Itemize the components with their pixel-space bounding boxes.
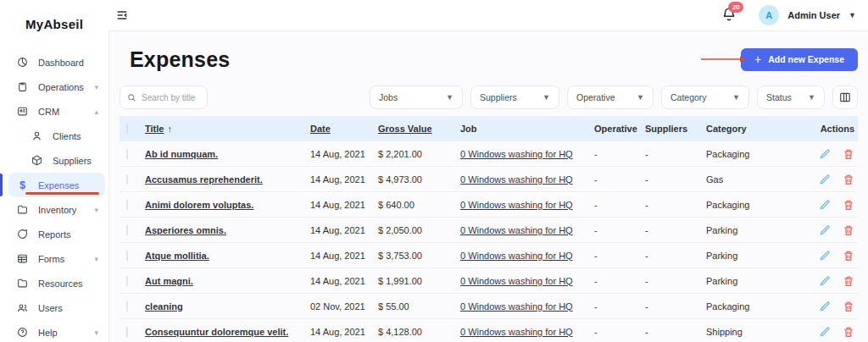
expense-operative: -	[594, 251, 645, 261]
delete-icon[interactable]	[843, 301, 854, 312]
column-header-date[interactable]: Date	[310, 124, 378, 134]
delete-icon[interactable]	[843, 199, 854, 211]
user-menu-chevron-icon[interactable]: ▼	[849, 11, 856, 19]
sidebar-item-label: Users	[38, 303, 63, 313]
row-checkbox[interactable]	[126, 301, 128, 312]
expense-category: Packaging	[706, 301, 815, 312]
operative-filter-dropdown[interactable]: Operative▼	[567, 86, 654, 109]
expense-title-link[interactable]: cleaning	[145, 301, 183, 312]
row-checkbox[interactable]	[126, 276, 128, 286]
row-checkbox[interactable]	[126, 200, 128, 210]
expenses-table: Title↑ Date Gross Value Job Operative Su…	[120, 116, 858, 342]
main-content: Expenses + Add new Expense Jobs▼	[108, 31, 868, 342]
sidebar-item-resources[interactable]: Resources	[0, 271, 108, 295]
row-checkbox[interactable]	[126, 149, 128, 159]
sidebar-item-inventory[interactable]: Inventory ▾	[0, 197, 108, 222]
job-link[interactable]: 0 Windows washing for HQ	[460, 149, 573, 159]
expense-suppliers: -	[645, 276, 706, 286]
sidebar-item-expenses[interactable]: $ Expenses	[0, 173, 108, 197]
notifications-bell-icon[interactable]: 20	[721, 7, 738, 24]
page-title: Expenses	[130, 47, 230, 72]
columns-icon	[839, 91, 851, 103]
expense-title-link[interactable]: Animi dolorem voluptas.	[145, 200, 253, 210]
expense-category: Parking	[706, 276, 815, 286]
sidebar-collapse-icon[interactable]	[115, 8, 131, 23]
delete-icon[interactable]	[843, 148, 854, 160]
sidebar-item-users[interactable]: Users	[0, 295, 108, 320]
sidebar-item-suppliers[interactable]: Suppliers	[0, 148, 108, 173]
row-checkbox[interactable]	[126, 327, 128, 337]
sidebar-item-operations[interactable]: Operations ▾	[0, 74, 108, 99]
expense-gross-value: $ 2,050.00	[378, 225, 460, 235]
search-input[interactable]	[142, 93, 200, 102]
delete-icon[interactable]	[843, 326, 854, 338]
job-link[interactable]: 0 Windows washing for HQ	[460, 200, 573, 210]
expense-category: Gas	[706, 174, 815, 185]
sidebar-item-forms[interactable]: Forms ▾	[0, 246, 108, 271]
expense-title-link[interactable]: Ab id numquam.	[145, 149, 218, 159]
delete-icon[interactable]	[843, 275, 854, 287]
job-link[interactable]: 0 Windows washing for HQ	[460, 301, 573, 312]
edit-icon[interactable]	[819, 148, 831, 160]
user-name: Admin User	[787, 10, 840, 20]
job-link[interactable]: 0 Windows washing for HQ	[460, 327, 573, 337]
edit-icon[interactable]	[819, 174, 831, 185]
suppliers-filter-dropdown[interactable]: Suppliers▼	[470, 86, 559, 109]
sidebar-item-reports[interactable]: Reports	[0, 222, 108, 246]
column-header-suppliers: Suppliers	[645, 124, 706, 134]
chevron-up-icon: ▴	[94, 108, 98, 116]
delete-icon[interactable]	[843, 250, 854, 262]
search-box[interactable]	[120, 86, 208, 109]
table-row: Animi dolorem voluptas. 14 Aug, 2021 $ 6…	[120, 192, 858, 218]
edit-icon[interactable]	[819, 301, 831, 312]
row-checkbox[interactable]	[126, 174, 128, 185]
table-row: Atque mollitia. 14 Aug, 2021 $ 3,753.00 …	[120, 243, 858, 268]
job-link[interactable]: 0 Windows washing for HQ	[460, 276, 573, 286]
delete-icon[interactable]	[843, 224, 854, 236]
expense-title-link[interactable]: Aut magni.	[145, 276, 193, 286]
add-new-expense-button[interactable]: + Add new Expense	[741, 48, 858, 71]
sidebar-item-crm[interactable]: CRM ▴	[0, 99, 108, 124]
sidebar-item-label: CRM	[38, 107, 59, 117]
status-filter-dropdown[interactable]: Status▼	[757, 86, 825, 109]
row-checkbox[interactable]	[126, 225, 128, 235]
delete-icon[interactable]	[843, 174, 854, 185]
column-header-title[interactable]: Title↑	[145, 124, 310, 134]
chevron-down-icon: ▼	[637, 93, 644, 102]
chevron-down-icon: ▾	[94, 206, 98, 214]
edit-icon[interactable]	[819, 224, 831, 236]
expense-category: Packaging	[706, 200, 815, 210]
column-header-category: Category	[706, 124, 815, 134]
sidebar-item-dashboard[interactable]: Dashboard	[0, 50, 108, 74]
sidebar: MyAbseil Dashboard Operations ▾ CRM	[0, 0, 108, 342]
edit-icon[interactable]	[819, 275, 831, 287]
expense-operative: -	[594, 149, 645, 159]
expense-suppliers: -	[645, 327, 706, 337]
crm-icon	[17, 106, 28, 117]
forms-icon	[17, 253, 28, 264]
expense-title-link[interactable]: Consequuntur doloremque velit.	[145, 327, 288, 337]
expense-title-link[interactable]: Accusamus reprehenderit.	[145, 174, 263, 185]
category-filter-dropdown[interactable]: Category▼	[661, 86, 749, 109]
column-settings-button[interactable]	[832, 86, 858, 109]
edit-icon[interactable]	[819, 326, 831, 338]
job-link[interactable]: 0 Windows washing for HQ	[460, 225, 573, 235]
sidebar-item-help[interactable]: Help ▾	[0, 320, 108, 342]
select-all-checkbox[interactable]	[126, 124, 128, 134]
job-link[interactable]: 0 Windows washing for HQ	[460, 251, 573, 261]
job-link[interactable]: 0 Windows washing for HQ	[460, 174, 573, 185]
row-checkbox[interactable]	[126, 251, 128, 261]
column-header-gross-value[interactable]: Gross Value	[378, 124, 460, 134]
expense-title-link[interactable]: Asperiores omnis.	[145, 225, 226, 235]
expense-title-link[interactable]: Atque mollitia.	[145, 251, 209, 261]
edit-icon[interactable]	[819, 199, 831, 211]
edit-icon[interactable]	[819, 250, 831, 262]
expense-suppliers: -	[645, 225, 706, 235]
sidebar-item-clients[interactable]: Clients	[0, 124, 108, 148]
active-item-bar	[0, 174, 3, 196]
expense-operative: -	[594, 301, 645, 312]
sidebar-item-label: Expenses	[38, 180, 79, 190]
avatar[interactable]: A	[759, 5, 779, 25]
jobs-filter-dropdown[interactable]: Jobs▼	[370, 86, 463, 109]
column-header-job: Job	[460, 124, 594, 134]
